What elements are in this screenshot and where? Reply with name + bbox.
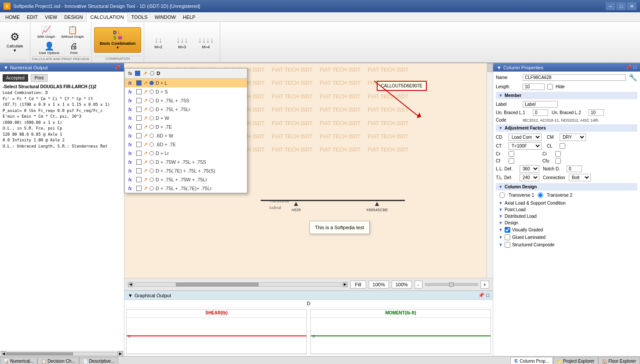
dropdown-item-6dw[interactable]: fx ↗ .6D + W	[125, 131, 247, 140]
panel-collapse-icon[interactable]: ▼	[4, 65, 8, 70]
graph-max-icon[interactable]: □	[486, 292, 489, 298]
glued-laminated-checkbox[interactable]	[505, 234, 510, 240]
header-radio[interactable]	[150, 71, 154, 76]
dl-radio[interactable]	[149, 81, 154, 85]
d75l75w75lr-checkbox[interactable]	[136, 177, 142, 182]
d75l75s-checkbox[interactable]	[136, 98, 142, 103]
header-checkbox[interactable]	[135, 71, 140, 76]
dw-radio[interactable]	[149, 116, 154, 120]
adj-expand-icon[interactable]: ▼	[498, 126, 503, 130]
close-button[interactable]: ✕	[627, 2, 636, 10]
scroll-right-canvas[interactable]: ▶	[342, 282, 348, 287]
d75l757e75lr-radio[interactable]	[149, 186, 154, 191]
props-collapse-icon[interactable]: ▼	[497, 65, 502, 70]
coldesign-expand-icon[interactable]: ▼	[498, 184, 503, 189]
6dw-checkbox[interactable]	[136, 133, 142, 138]
tab-floor-explorer[interactable]: 🏠 Floor Explorer	[598, 357, 640, 364]
ct-select[interactable]: T<100F	[509, 142, 542, 150]
basic-combination-button[interactable]: DL SW Basic Combination ▼	[94, 27, 142, 53]
sc-expand-icon[interactable]: ▼	[498, 242, 503, 247]
scroll-left-arrow[interactable]: ◀	[1, 351, 6, 357]
d75l75w75lr-radio[interactable]	[149, 177, 154, 182]
dropdown-item-d75l75s[interactable]: fx ↗ D + .75L + .75S	[125, 96, 247, 105]
dlr-radio[interactable]	[149, 151, 154, 155]
h-scroll-track[interactable]	[134, 282, 342, 287]
ds-radio[interactable]	[149, 90, 154, 94]
m4-button[interactable]: ↓↓↓↓ M=4	[195, 33, 216, 51]
dlr-checkbox[interactable]	[136, 151, 142, 156]
unbraced-l2-input[interactable]	[589, 109, 604, 116]
fill-button[interactable]: Fill	[350, 281, 366, 288]
member-expand-icon[interactable]: ▼	[498, 93, 503, 98]
menu-window[interactable]: WINDOW	[151, 12, 179, 22]
6dw-radio[interactable]	[149, 133, 154, 138]
scroll-thumb[interactable]	[7, 353, 73, 355]
unbraced-l1-input[interactable]	[533, 109, 548, 116]
graph-expand-icon[interactable]: ▼	[128, 293, 133, 298]
left-panel-scrollbar[interactable]: ◀ ▶	[0, 351, 124, 356]
vscroll-thumb[interactable]	[487, 63, 493, 72]
menu-home[interactable]: HOME	[2, 12, 23, 22]
vg-expand-icon[interactable]: ▼	[498, 227, 503, 232]
dropdown-item-d7e[interactable]: fx ↗ D + .7E	[125, 123, 247, 131]
menu-view[interactable]: VIEW	[41, 12, 61, 22]
menu-edit[interactable]: EDIT	[23, 12, 41, 22]
dropdown-item-dl[interactable]: fx ↗ D + L	[125, 79, 247, 87]
m2-button[interactable]: ↓↓ M=2	[148, 33, 169, 51]
cr-checkbox[interactable]	[509, 151, 514, 157]
zoom-handle[interactable]	[449, 282, 454, 287]
ds-checkbox[interactable]	[136, 89, 142, 94]
props-pin-icon[interactable]: 📌	[625, 65, 632, 70]
tab-column-prop[interactable]: 🏗 Column Prop...	[510, 357, 553, 364]
transverse2-radio[interactable]	[538, 192, 543, 198]
d75w75l75s-checkbox[interactable]	[136, 159, 142, 165]
menu-calculation[interactable]: CALCULATION	[86, 12, 127, 22]
d757e75l75s-radio[interactable]	[149, 169, 154, 173]
point-load-item[interactable]: ▼ Point Load	[496, 206, 637, 213]
h-scroll-thumb[interactable]	[176, 283, 258, 286]
dropdown-item-d75l75lr[interactable]: fx ↗ D + .75L + .75Lr	[125, 105, 247, 114]
accepted-button[interactable]: Accepted	[3, 74, 28, 82]
user-options-button[interactable]: 👤 User Options	[36, 40, 62, 56]
6d7e-radio[interactable]	[149, 142, 154, 147]
print-button[interactable]: 🖨 Print	[63, 40, 84, 56]
calculate-button[interactable]: ⚙ Calculate ▼	[4, 24, 26, 60]
length-input[interactable]	[523, 83, 545, 90]
menu-help[interactable]: HELP	[179, 12, 199, 22]
cm-select[interactable]: DRY	[560, 133, 586, 141]
cf-checkbox[interactable]	[509, 158, 514, 164]
zoom-minus-button[interactable]: -	[415, 281, 422, 288]
visually-graded-checkbox[interactable]	[505, 227, 510, 233]
ci-checkbox[interactable]	[555, 151, 561, 157]
member-icon[interactable]: 🔧	[629, 73, 637, 82]
zoom-plus-button[interactable]: +	[480, 281, 489, 288]
dropdown-item-d757e75l75s[interactable]: fx ↗ D + .75(.7E) + .75L + .75(S)	[125, 166, 247, 175]
scroll-left-canvas[interactable]: ◀	[128, 282, 133, 287]
dropdown-item-ds[interactable]: fx ↗ D + S	[125, 87, 247, 96]
d7e-radio[interactable]	[149, 125, 154, 129]
hide-checkbox[interactable]	[547, 84, 553, 90]
d75l75s-radio[interactable]	[149, 98, 154, 103]
6d7e-checkbox[interactable]	[136, 142, 142, 147]
dropdown-item-dlr[interactable]: fx ↗ D + Lr	[125, 149, 247, 158]
name-input[interactable]	[523, 74, 626, 81]
canvas-vscrollbar[interactable]	[487, 63, 493, 278]
cd-select[interactable]: Load Com	[509, 133, 542, 141]
structured-composite-checkbox[interactable]	[505, 242, 510, 248]
tab-project-explorer[interactable]: 📁 Project Explorer	[553, 357, 598, 364]
dropdown-item-d75w75l75s[interactable]: fx ↗ D + .75W + .75L + .75S	[125, 158, 247, 166]
tab-decision[interactable]: 📋 Decision Ch...	[37, 357, 79, 364]
print-results-button[interactable]: Print	[31, 74, 48, 82]
dl-checkbox[interactable]	[136, 80, 142, 86]
maximize-button[interactable]: □	[616, 2, 626, 10]
panel-pin-icon[interactable]: 📌	[114, 65, 120, 70]
cl-checkbox[interactable]	[560, 143, 565, 149]
dropdown-item-d75l757e75lr[interactable]: fx ↗ D + .75L + .75(.7E)+ .75Lr	[125, 184, 247, 193]
cfu-checkbox[interactable]	[555, 158, 561, 164]
d75l75lr-radio[interactable]	[149, 107, 154, 112]
lldef-select[interactable]: 360	[520, 165, 539, 173]
label-input[interactable]	[523, 101, 558, 108]
tldef-select[interactable]: 240	[520, 174, 539, 181]
zoom-slider[interactable]	[425, 283, 478, 286]
m3-button[interactable]: ↓↓↓ M=3	[171, 33, 193, 51]
